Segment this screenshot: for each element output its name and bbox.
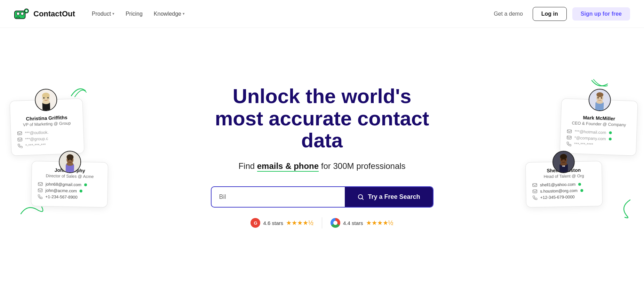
nav-right: Get a demo Log in Sign up for free	[490, 7, 630, 21]
card-title-shelli: Head of Talent @ Org	[532, 173, 595, 179]
contact-card-john: John Murphy Director of Sales @ Acme joh…	[31, 161, 108, 208]
card-phone-christina: *-***-***-***	[18, 141, 78, 148]
stars-g2: ★★★★½	[286, 219, 313, 227]
hero-title: Unlock the world's most accurate contact…	[211, 85, 434, 151]
search-button[interactable]: Try a Free Search	[345, 187, 432, 207]
svg-rect-22	[38, 189, 42, 192]
g2-badge: G	[251, 218, 260, 228]
contact-card-shelli: Shelli Houston Head of Talent @ Org shel…	[525, 161, 603, 208]
svg-rect-21	[38, 182, 42, 186]
nav-links: Product ▾ Pricing Knowledge ▾	[88, 9, 189, 19]
hero-section: Christina Griffiths VP of Marketing @ Gr…	[0, 28, 644, 279]
cards-left: Christina Griffiths VP of Marketing @ Gr…	[10, 100, 108, 207]
search-input[interactable]	[212, 187, 345, 207]
get-demo-button[interactable]: Get a demo	[490, 8, 527, 20]
svg-rect-12	[17, 132, 22, 135]
card-phone-mark: ***-***-****	[566, 141, 630, 148]
contact-card-mark: Mark McMiller CEO & Founder @ Company **…	[559, 98, 638, 156]
chrome-badge	[331, 218, 340, 228]
hero-center: Unlock the world's most accurate contact…	[211, 85, 434, 228]
card-email2-john: john@acme.com	[38, 188, 101, 194]
login-button[interactable]: Log in	[533, 7, 567, 21]
email-verified-dot	[80, 190, 82, 193]
card-email1-shelli: shell1@yahoo.com	[532, 181, 596, 187]
hero-subtitle: Find emails & phone for 300M professiona…	[211, 160, 434, 172]
svg-rect-42	[533, 184, 537, 187]
email-dot	[609, 131, 612, 134]
avatar-christina	[34, 88, 57, 111]
svg-rect-43	[533, 190, 537, 193]
svg-point-1	[17, 12, 20, 15]
svg-rect-32	[567, 136, 572, 139]
card-email2-mark: *@company.com	[567, 135, 630, 142]
email-dot	[578, 183, 581, 186]
chevron-down-icon: ▾	[112, 11, 114, 16]
nav-knowledge[interactable]: Knowledge ▾	[150, 9, 189, 19]
card-phone-shelli: +12-345-679-0000	[533, 194, 596, 200]
g2-rating: G 4.6 stars ★★★★½	[251, 218, 313, 228]
chrome-rating: 4.4 stars ★★★★½	[331, 218, 393, 228]
nav-pricing[interactable]: Pricing	[121, 9, 147, 19]
svg-point-4	[25, 10, 27, 11]
card-email1-christina: ***@outlook.	[17, 129, 77, 136]
card-phone-john: +1-234-567-8900	[38, 194, 101, 200]
nav-left: ContactOut Product ▾ Pricing Knowledge ▾	[14, 8, 189, 20]
navbar: ContactOut Product ▾ Pricing Knowledge ▾…	[0, 0, 644, 28]
rating-divider	[322, 217, 322, 228]
nav-product[interactable]: Product ▾	[88, 9, 119, 19]
chevron-down-icon: ▾	[183, 11, 185, 16]
card-email2-shelli: s.houston@org.com	[532, 188, 596, 194]
stars-chrome: ★★★★½	[366, 219, 393, 227]
signup-button[interactable]: Sign up for free	[572, 7, 630, 21]
search-icon	[357, 194, 364, 201]
card-email2-christina: ***@group.c	[17, 135, 77, 142]
email-verified-dot	[84, 184, 87, 186]
card-title-john: Director of Sales @ Acme	[38, 173, 101, 179]
email-dot	[609, 138, 611, 140]
cards-right: Mark McMiller CEO & Founder @ Company **…	[540, 100, 637, 207]
contact-card-christina: Christina Griffiths VP of Marketing @ Gr…	[9, 98, 84, 156]
email-dot	[580, 189, 583, 192]
svg-rect-31	[567, 130, 572, 133]
search-bar: Try a Free Search	[211, 186, 434, 208]
card-email1-john: john68@gmail.com	[38, 181, 101, 187]
svg-rect-13	[18, 138, 22, 141]
card-email1-mark: ***@hotmail.com	[567, 129, 630, 136]
svg-point-2	[21, 12, 24, 15]
logo[interactable]: ContactOut	[14, 8, 75, 20]
ratings: G 4.6 stars ★★★★½ 4.4 stars ★★★★½	[211, 217, 434, 228]
